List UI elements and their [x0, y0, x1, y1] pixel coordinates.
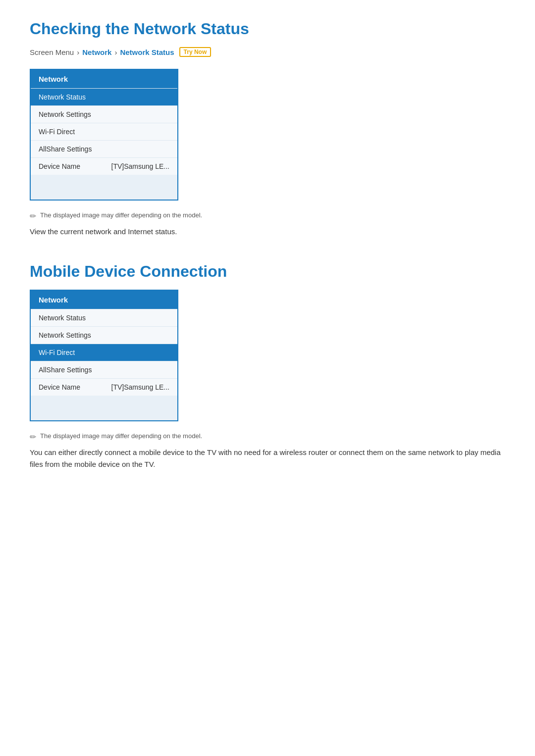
breadcrumb-network-status[interactable]: Network Status [120, 48, 174, 56]
breadcrumb-network[interactable]: Network [82, 48, 111, 56]
device-name-value-2: [TV]Samsung LE... [111, 383, 170, 391]
section1-menu-box: Network Network Status Network Settings … [30, 69, 178, 201]
menu-item-label: Network Settings [39, 110, 91, 118]
try-now-badge[interactable]: Try Now [179, 47, 212, 57]
breadcrumb-sep1: › [77, 48, 79, 56]
menu-item-allshare-settings[interactable]: AllShare Settings [31, 140, 177, 157]
pencil-icon: ✏ [30, 211, 36, 221]
menu-item-network-status-active[interactable]: Network Status [31, 88, 177, 105]
menu-item-label: Network Settings [39, 331, 91, 339]
section2-description: You can either directly connect a mobile… [30, 447, 505, 470]
section-mobile-device-connection: Mobile Device Connection Network Network… [30, 262, 505, 470]
section-checking-network-status: Checking the Network Status Screen Menu … [30, 20, 505, 238]
breadcrumb-screen-menu: Screen Menu [30, 48, 74, 56]
menu-item-label: Device Name [39, 162, 80, 170]
menu-item-label: AllShare Settings [39, 145, 92, 153]
section2-title: Mobile Device Connection [30, 262, 505, 281]
pencil-icon-2: ✏ [30, 432, 36, 442]
section1-note-text: The displayed image may differ depending… [40, 211, 202, 219]
section2-menu-header: Network [31, 291, 177, 309]
section1-menu-header: Network [31, 70, 177, 88]
section2-note: ✏ The displayed image may differ dependi… [30, 432, 505, 442]
menu-spacer-2 [31, 396, 177, 420]
breadcrumb-sep2: › [114, 48, 117, 56]
breadcrumb: Screen Menu › Network › Network Status T… [30, 47, 505, 57]
menu-item-wifi-direct[interactable]: Wi-Fi Direct [31, 123, 177, 140]
menu-item-device-name[interactable]: Device Name [TV]Samsung LE... [31, 157, 177, 175]
section1-description: View the current network and Internet st… [30, 226, 505, 238]
menu-item-wifi-direct-active[interactable]: Wi-Fi Direct [31, 344, 177, 361]
device-name-value: [TV]Samsung LE... [111, 162, 170, 170]
menu-item-label: Network Status [39, 93, 86, 101]
menu-item-allshare-settings-2[interactable]: AllShare Settings [31, 361, 177, 378]
menu-item-label: Wi-Fi Direct [39, 349, 75, 356]
menu-item-label: Device Name [39, 383, 80, 391]
section1-title: Checking the Network Status [30, 20, 505, 38]
menu-spacer [31, 175, 177, 200]
menu-item-label: Wi-Fi Direct [39, 128, 75, 136]
menu-item-label: AllShare Settings [39, 366, 92, 374]
menu-item-device-name-2[interactable]: Device Name [TV]Samsung LE... [31, 378, 177, 396]
section2-menu-box: Network Network Status Network Settings … [30, 290, 178, 421]
menu-item-network-settings[interactable]: Network Settings [31, 105, 177, 123]
section2-note-text: The displayed image may differ depending… [40, 432, 202, 440]
section1-note: ✏ The displayed image may differ dependi… [30, 211, 505, 221]
menu-item-label: Network Status [39, 314, 86, 322]
menu-item-network-status[interactable]: Network Status [31, 309, 177, 326]
menu-item-network-settings-2[interactable]: Network Settings [31, 326, 177, 344]
